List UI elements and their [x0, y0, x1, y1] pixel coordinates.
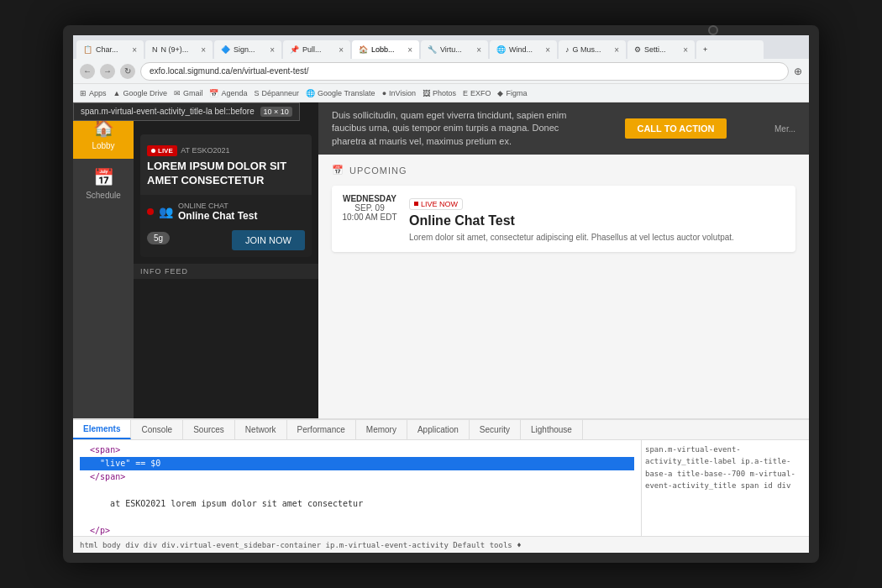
sidebar-lobby-label: Lobby	[92, 141, 114, 150]
tab-music[interactable]: ♪ G Mus... ×	[559, 40, 626, 59]
devtools-tab-performance[interactable]: Performance	[287, 420, 356, 439]
sidebar: 🏠 Lobby 📅 Schedule	[73, 102, 134, 418]
devtools-tab-lighthouse[interactable]: Lighthouse	[521, 420, 583, 439]
devtools-right-panel: span.m-virtual-event-activity_title-labe…	[641, 440, 809, 536]
devtools-tab-application[interactable]: Application	[407, 420, 470, 439]
mer-text: Mer...	[774, 124, 795, 134]
inspector-tooltip: span.m-virtual-event-activity_title-la b…	[134, 102, 300, 121]
tab-wind[interactable]: 🌐 Wind... ×	[490, 40, 557, 59]
bookmark-apps[interactable]: ⊞Apps	[80, 89, 107, 97]
devtools-right-text: span.m-virtual-event-activity_title-labe…	[645, 444, 806, 492]
bookmark-figma[interactable]: ◆Figma	[497, 89, 527, 97]
chat-name: Online Chat Test	[178, 210, 257, 222]
code-line-6	[80, 511, 634, 524]
tab-more[interactable]: +	[696, 40, 764, 59]
event-title: LOREM IPSUM DOLOR SIT AMET CONSECTETUR	[147, 160, 305, 188]
tab-settings[interactable]: ⚙ Setti... ×	[627, 40, 695, 59]
bookmark-photos[interactable]: 🖼Photos	[423, 89, 456, 97]
code-line-7: </p>	[80, 524, 634, 536]
event-month-day: SEP. 09	[340, 203, 399, 213]
calendar-icon: 📅	[93, 167, 114, 187]
browser-toolbar: ← → ↻ exfo.local.sigmund.ca/en/virtual-e…	[73, 59, 809, 84]
tab-lobby[interactable]: 🏠 Lobb... ×	[352, 40, 419, 59]
devtools-tab-memory[interactable]: Memory	[356, 420, 407, 439]
back-button[interactable]: ←	[80, 64, 95, 79]
main-panel: Duis sollicitudin, quam eget viverra tin…	[318, 102, 809, 418]
sidebar-schedule-label: Schedule	[86, 191, 121, 200]
tooltip-text: span.m-virtual-event-activity_title-la b…	[134, 107, 255, 116]
event-card: LIVE AT ESKO2021 LOREM IPSUM DOLOR SIT A…	[140, 134, 312, 257]
bookmark-depanneur[interactable]: SDépanneur	[255, 89, 300, 97]
event-card-header: LIVE AT ESKO2021 LOREM IPSUM DOLOR SIT A…	[140, 134, 312, 195]
online-chat-section: 👥 ONLINE CHAT Online Chat Test	[147, 202, 305, 222]
devtools-body: <span> "live" == $0 </span> at ESKO2021 …	[73, 440, 809, 536]
code-line-2[interactable]: "live" == $0	[80, 457, 634, 470]
devtools-tab-elements[interactable]: Elements	[73, 420, 131, 439]
join-button[interactable]: JOIN NOW	[232, 230, 305, 250]
tab-sign[interactable]: 🔷 Sign... ×	[214, 40, 281, 59]
tab-pull[interactable]: 📌 Pull... ×	[283, 40, 350, 59]
live-now-badge: LIVE NOW	[409, 198, 463, 210]
monitor: 📋 Char... × N N (9+)... × 🔷 Sign... × 📌 …	[63, 25, 819, 563]
tab-virtual[interactable]: 🔧 Virtu... ×	[421, 40, 488, 59]
tab-char[interactable]: 📋 Char... ×	[76, 40, 144, 59]
event-time: 10:00 AM EDT	[340, 213, 399, 222]
live-badge: LIVE	[147, 145, 177, 156]
devtools-tab-security[interactable]: Security	[470, 420, 521, 439]
event-location: AT ESKO2021	[181, 146, 229, 155]
browser-tab-bar: 📋 Char... × N N (9+)... × 🔷 Sign... × 📌 …	[73, 35, 809, 59]
middle-panel: span.m-virtual-event-activity_title-la b…	[134, 102, 318, 418]
code-line-5: at ESKO2021 lorem ipsum dolor sit amet c…	[80, 497, 634, 511]
code-line-3: </span>	[80, 470, 634, 484]
page-content: 🏠 Lobby 📅 Schedule span.m-virtual-event-…	[73, 102, 809, 418]
extensions-icon[interactable]: ⊕	[794, 66, 802, 77]
live-now-dot	[414, 202, 418, 206]
address-bar[interactable]: exfo.local.sigmund.ca/en/virtual-event-t…	[140, 62, 789, 81]
devtools-panel: Elements Console Sources Network Perform…	[73, 418, 809, 553]
online-dot	[147, 208, 154, 215]
tab-n[interactable]: N N (9+)... ×	[145, 40, 213, 59]
event-detail-title: Online Chat Test	[409, 213, 787, 228]
screen: 📋 Char... × N N (9+)... × 🔷 Sign... × 📌 …	[73, 35, 809, 553]
live-dot	[151, 149, 155, 153]
event-date: WEDNESDAY SEP. 09 10:00 AM EDT	[340, 194, 399, 244]
attendee-badge: 5g	[147, 232, 170, 244]
tooltip-badge: 10 × 10	[260, 107, 292, 117]
calendar-upcoming-icon: 📅	[332, 165, 344, 176]
code-line-1: <span>	[80, 444, 634, 457]
event-day: WEDNESDAY	[340, 194, 399, 203]
bookmark-agenda[interactable]: 📅Agenda	[209, 89, 247, 97]
reload-button[interactable]: ↻	[120, 64, 135, 79]
chat-icon: 👥	[159, 205, 173, 218]
bookmark-invision[interactable]: ●InVision	[382, 89, 416, 97]
upcoming-label: 📅 UPCOMING	[332, 165, 795, 176]
bookmark-exfo[interactable]: EEXFO	[463, 89, 491, 97]
devtools-tab-console[interactable]: Console	[131, 420, 183, 439]
online-chat-label: ONLINE CHAT	[178, 202, 257, 210]
event-card-body: 👥 ONLINE CHAT Online Chat Test 5g JOIN N…	[140, 195, 312, 257]
bookmarks-bar: ⊞Apps ▲Google Drive ✉Gmail 📅Agenda SDépa…	[73, 84, 809, 102]
header-description: Duis sollicitudin, quam eget viverra tin…	[332, 109, 584, 148]
cta-button[interactable]: CALL TO ACTION	[625, 118, 726, 139]
devtools-path: html body div div div.virtual-event_side…	[80, 541, 522, 549]
main-body: 📅 UPCOMING WEDNESDAY SEP. 09 10:00 AM ED…	[318, 155, 809, 418]
forward-button[interactable]: →	[100, 64, 115, 79]
devtools-tab-sources[interactable]: Sources	[183, 420, 235, 439]
sidebar-item-schedule[interactable]: 📅 Schedule	[73, 159, 134, 208]
devtools-code-panel[interactable]: <span> "live" == $0 </span> at ESKO2021 …	[73, 440, 641, 536]
webcam	[708, 25, 718, 35]
address-text: exfo.local.sigmund.ca/en/virtual-event-t…	[150, 66, 309, 76]
devtools-tab-network[interactable]: Network	[235, 420, 287, 439]
upcoming-event: WEDNESDAY SEP. 09 10:00 AM EDT LIVE NOW …	[332, 186, 795, 252]
devtools-tab-bar: Elements Console Sources Network Perform…	[73, 420, 809, 440]
event-detail-desc: Lorem dolor sit amet, consectetur adipis…	[409, 232, 787, 244]
devtools-bottom-bar: html body div div div.virtual-event_side…	[73, 536, 809, 553]
event-detail: LIVE NOW Online Chat Test Lorem dolor si…	[409, 194, 787, 244]
main-header: Duis sollicitudin, quam eget viverra tin…	[318, 102, 809, 155]
bookmark-translate[interactable]: 🌐Google Translate	[306, 89, 375, 97]
info-feed-bar: INFO FEED	[134, 264, 318, 279]
bookmark-gmail[interactable]: ✉Gmail	[174, 89, 203, 97]
bookmark-gdrive[interactable]: ▲Google Drive	[113, 89, 167, 97]
code-line-4	[80, 484, 634, 497]
